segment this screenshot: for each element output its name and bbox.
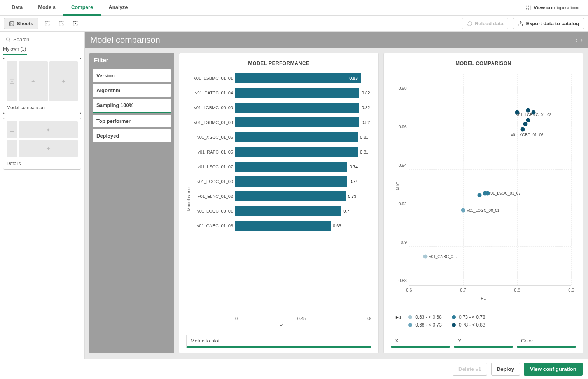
metric-to-plot-select[interactable]: Metric to plot	[186, 335, 371, 348]
scatter-point[interactable]	[461, 208, 465, 213]
x-select[interactable]: X	[391, 335, 450, 348]
bar-fill[interactable]	[235, 206, 341, 216]
search-input[interactable]	[13, 37, 79, 42]
scatter-point[interactable]	[423, 254, 427, 258]
comparison-title: MODEL COMPARISON	[391, 60, 576, 66]
puzzle-icon: ✦	[46, 127, 51, 133]
scatter-ytick: 0.88	[395, 278, 407, 283]
comparison-chart-panel: MODEL COMPARISON AUC 0.60.70.80.90.880.9…	[383, 53, 583, 353]
refresh-icon	[467, 21, 472, 26]
bar-row: v01_LOGC_00_010.7	[192, 204, 371, 218]
sheet-card-details[interactable]: ✦ ✦ Details	[3, 118, 81, 170]
tool-expand-icon[interactable]	[56, 19, 66, 29]
bar-row: v01_CATBC_01_040.82	[192, 86, 371, 100]
bar-row: v01_ELNC_01_020.73	[192, 189, 371, 204]
prev-sheet-button[interactable]: ‹	[575, 37, 577, 44]
legend-dot-icon	[408, 323, 412, 327]
comp-xlabel: F1	[481, 296, 486, 300]
performance-chart-panel: MODEL PERFORMANCE Model name v01_LGBMC_0…	[179, 53, 379, 353]
scatter-xtick: 0.9	[568, 288, 574, 292]
reload-data-button: Reload data	[462, 18, 509, 29]
sheet-label: Model comparison	[5, 103, 79, 112]
filter-sampling-100-[interactable]: Sampling 100%	[93, 99, 171, 113]
filter-algorithm[interactable]: Algorithm	[93, 84, 171, 97]
nav-tab-compare[interactable]: Compare	[63, 0, 101, 16]
scatter-point[interactable]	[526, 108, 530, 112]
tool-reset-icon[interactable]	[42, 19, 52, 29]
bar-category-label: v01_ELNC_01_02	[192, 194, 235, 199]
svg-line-16	[9, 40, 10, 42]
scatter-point[interactable]	[515, 110, 519, 114]
nav-tab-data[interactable]: Data	[4, 0, 30, 16]
scatter-point[interactable]	[523, 122, 527, 126]
reload-label: Reload data	[475, 21, 504, 26]
filter-title: Filter	[89, 53, 174, 67]
legend-label: 0.78 - < 0.83	[459, 322, 485, 328]
scatter-point[interactable]	[477, 193, 481, 197]
sheets-button[interactable]: Sheets	[4, 18, 38, 29]
scatter-xtick: 0.8	[514, 288, 520, 292]
scatter-label: v01_LSOC_01_07	[489, 191, 521, 195]
scatter-point[interactable]	[485, 191, 490, 195]
legend-item: 0.73 - < 0.78	[452, 314, 485, 320]
bar-fill[interactable]	[235, 147, 358, 157]
panel-collapse-icon	[9, 21, 14, 26]
svg-point-14	[75, 23, 76, 24]
scatter-point[interactable]	[531, 110, 536, 114]
filter-deployed[interactable]: Deployed	[93, 129, 171, 142]
bar-fill[interactable]	[235, 162, 347, 172]
bar-fill[interactable]	[235, 191, 346, 201]
add-icon	[10, 127, 14, 132]
nav-tab-analyze[interactable]: Analyze	[101, 0, 135, 16]
bar-category-label: v01_LGBMC_01_08	[192, 120, 235, 125]
sheet-card-model-comparison[interactable]: ✦ ✦ Model comparison	[3, 58, 81, 114]
filter-top-performer[interactable]: Top performer	[93, 115, 171, 127]
svg-rect-21	[10, 147, 14, 150]
sliders-icon	[526, 5, 531, 10]
scatter-point[interactable]	[520, 127, 525, 132]
scatter-xtick: 0.7	[460, 288, 466, 292]
scatter-label: v01_GNBC_0…	[429, 254, 457, 258]
export-data-button[interactable]: Export data to catalog	[513, 18, 584, 29]
bar-fill[interactable]	[235, 88, 359, 98]
bar-value: 0.7	[343, 209, 349, 213]
legend-dot-icon	[452, 323, 456, 327]
bar-fill[interactable]	[235, 117, 359, 127]
bar-fill[interactable]	[235, 176, 347, 187]
scatter-ytick: 0.94	[395, 163, 407, 168]
sidebar-tab-my-own[interactable]: My own (2)	[3, 44, 27, 55]
sheets-label: Sheets	[17, 21, 33, 26]
legend-item: 0.78 - < 0.83	[452, 322, 485, 328]
bar-category-label: v01_CATBC_01_04	[192, 91, 235, 95]
scatter-ytick: 0.96	[395, 124, 407, 129]
scatter-point[interactable]	[526, 118, 530, 122]
search-icon	[5, 37, 11, 42]
scatter-ytick: 0.98	[395, 86, 407, 91]
deploy-button[interactable]: Deploy	[491, 363, 520, 376]
view-config-label: View configuration	[534, 5, 579, 10]
bar-fill[interactable]	[235, 103, 359, 113]
filter-version[interactable]: Version	[93, 69, 171, 82]
tool-focus-icon[interactable]	[70, 19, 80, 29]
scatter-ytick: 0.9	[395, 240, 407, 245]
puzzle-icon: ✦	[31, 79, 35, 84]
y-select[interactable]: Y	[454, 335, 513, 348]
bar-category-label: v01_XGBC_01_06	[192, 135, 235, 140]
bar-fill[interactable]	[235, 221, 331, 231]
bar-fill[interactable]: 0.83	[235, 73, 361, 83]
color-select[interactable]: Color	[517, 335, 576, 348]
bar-fill[interactable]	[235, 132, 358, 142]
svg-rect-11	[45, 21, 49, 26]
bar-row: v01_LOGC_01_000.74	[192, 174, 371, 189]
bar-row: v01_LGBMC_00_000.82	[192, 100, 371, 115]
view-configuration-button[interactable]: View configuration	[524, 363, 583, 376]
legend-label: 0.73 - < 0.78	[459, 314, 485, 320]
xtick: 0.9	[366, 316, 371, 321]
nav-tab-models[interactable]: Models	[30, 0, 63, 16]
bar-category-label: v01_LGBMC_01_01	[192, 76, 235, 80]
next-sheet-button[interactable]: ›	[581, 37, 583, 44]
scatter-label: v01_XGBC_01_06	[511, 133, 543, 137]
view-configuration-top[interactable]: View configuration	[520, 0, 584, 16]
legend-title: F1	[396, 314, 401, 320]
bar-value: 0.63	[333, 224, 341, 228]
